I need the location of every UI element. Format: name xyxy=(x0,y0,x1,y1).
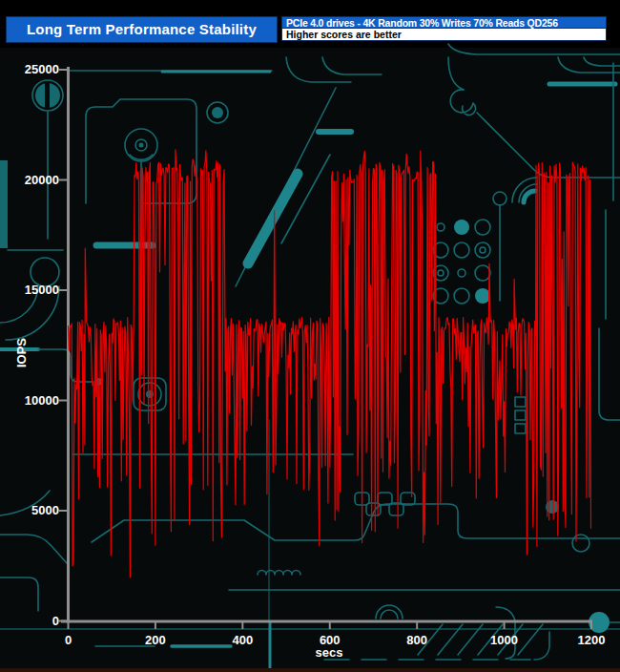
screenshot-root: Long Term Performance Stability PCIe 4.0… xyxy=(0,0,620,672)
chart-canvas xyxy=(0,0,620,672)
y-tick-label: 20000 xyxy=(8,173,59,188)
y-tick-label: 15000 xyxy=(8,283,59,298)
y-axis-label: IOPS xyxy=(14,332,29,374)
bottom-strip xyxy=(0,668,620,672)
y-tick-label: 10000 xyxy=(8,393,59,409)
x-tick-label: 400 xyxy=(214,633,271,648)
x-axis-label: secs xyxy=(300,645,358,660)
y-tick-label: 0 xyxy=(8,614,59,629)
x-tick-label: 800 xyxy=(388,633,445,648)
x-tick-label: 1000 xyxy=(476,633,533,648)
y-tick-label: 25000 xyxy=(8,62,59,77)
x-tick-label: 200 xyxy=(127,633,184,648)
y-tick-label: 5000 xyxy=(8,503,59,518)
x-tick-label: 0 xyxy=(40,633,97,648)
x-tick-label: 1200 xyxy=(563,633,620,648)
